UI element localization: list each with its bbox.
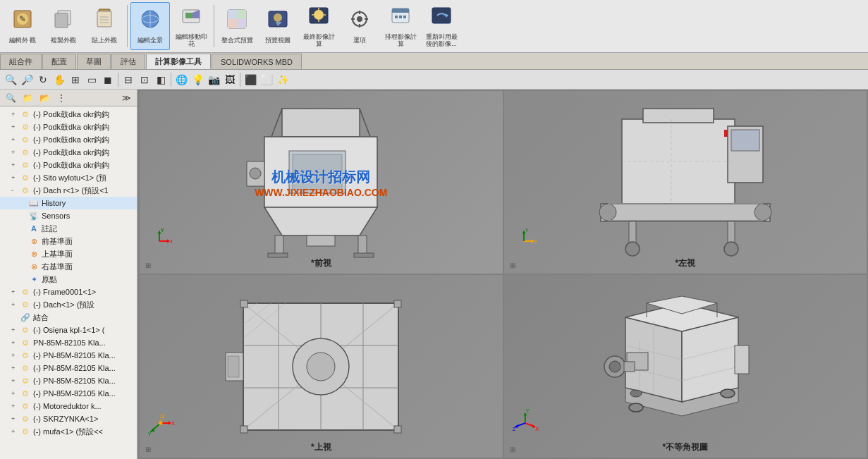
tab-drawing[interactable]: 草圖	[77, 54, 111, 69]
svg-rect-50	[275, 235, 283, 255]
tree-item-2[interactable]: + ⚙ (-) Podk鼓dka okr鈎鈎	[0, 121, 137, 133]
tab-render-tools[interactable]: 計算影像工具	[146, 54, 211, 69]
copy-appearance-icon	[52, 8, 75, 35]
tree-item-annotation[interactable]: A 註記	[0, 222, 137, 235]
tree-item-sensors[interactable]: 📡 Sensors	[0, 209, 137, 222]
svg-text:Z: Z	[534, 238, 537, 245]
edit-decal-button[interactable]: 編輯移動印花	[171, 2, 211, 50]
tree-item-top-plane[interactable]: ⊗ 上基準面	[0, 247, 137, 260]
tree-item-dach[interactable]: + ⚙ (-) Dach<1> (預設	[0, 298, 137, 311]
tree-item-origin[interactable]: ✦ 原點	[0, 273, 137, 286]
tree-item-mufa[interactable]: + ⚙ (-) mufa<1> (預設<<	[0, 425, 137, 438]
svg-rect-132	[735, 345, 749, 374]
decal-icon[interactable]: 🖼	[222, 72, 238, 87]
tree-item-right-plane[interactable]: ⊗ 右基準面	[0, 260, 137, 273]
view-orient-icon[interactable]: ⊡	[137, 72, 152, 87]
shaded-icon[interactable]: ◼	[100, 72, 116, 87]
tree-item-history[interactable]: 📖 History	[0, 197, 137, 209]
camera-icon[interactable]: 📷	[206, 72, 221, 87]
final-render-button[interactable]: 最終影像計算	[299, 2, 338, 50]
options-button[interactable]: 選項	[340, 2, 379, 50]
item-label-2: (-) Podk鼓dka okr鈎鈎	[33, 122, 109, 133]
svg-point-96	[307, 353, 335, 381]
tree-item-6[interactable]: + ⚙ (-) Sito wylotu<1> (預	[0, 171, 137, 184]
paste-appearance-icon	[93, 8, 116, 35]
options-icon	[348, 8, 371, 35]
rotate-icon[interactable]: ↻	[35, 72, 51, 87]
tree-item-pn5[interactable]: + ⚙ (-) PN-85M-82105 Kla...	[0, 387, 137, 400]
item-label-pn2: (-) PN-85M-82105 Kla...	[33, 351, 116, 360]
wireframe-icon[interactable]: ▭	[84, 72, 99, 87]
feature-tree[interactable]: + ⚙ (-) Podk鼓dka okr鈎鈎 + ⚙ (-) Podk鼓dka …	[0, 106, 137, 459]
display-style-icon[interactable]: ◧	[153, 72, 169, 87]
zoom-icon[interactable]: 🔍	[3, 72, 18, 87]
svg-rect-51	[358, 235, 367, 255]
bloom-icon[interactable]: ✨	[275, 72, 291, 87]
expand-3: +	[11, 136, 20, 143]
tree-item-pn2[interactable]: + ⚙ (-) PN-85M-82105 Kla...	[0, 349, 137, 362]
tree-item-5[interactable]: + ⚙ (-) Podk鼓dka okr鈎鈎	[0, 159, 137, 171]
iso-axis: X Y Z	[511, 408, 543, 441]
copy-appearance-button[interactable]: 複製外觀	[44, 2, 83, 50]
viewport-front[interactable]: X Y ⊞ *前視 机械设计招标网 WWW.JIXIEZHAOBIAO.COM	[140, 91, 503, 274]
preview-button[interactable]: 預覽視圖	[258, 2, 298, 50]
pan-icon[interactable]: ✋	[51, 72, 67, 87]
tree-sort-icon[interactable]: ⋮	[54, 90, 69, 106]
item-icon-pn2: ⚙	[20, 350, 31, 361]
tab-mbd[interactable]: SOLIDWORKS MBD	[212, 54, 302, 69]
zoom-in-icon[interactable]: 🔎	[19, 72, 35, 87]
tree-item-motor[interactable]: + ⚙ (-) Motoreduktor k...	[0, 400, 137, 412]
svg-point-75	[724, 242, 738, 256]
paste-appearance-button[interactable]: 貼上外觀	[85, 2, 124, 50]
tab-assembly[interactable]: 組合件	[0, 54, 42, 69]
tab-evaluate[interactable]: 評估	[111, 54, 145, 69]
final-render-label: 最終影像計算	[301, 33, 336, 49]
tree-item-combine[interactable]: 🔗 結合	[0, 311, 137, 324]
svg-marker-49	[264, 207, 377, 235]
tree-item-frame[interactable]: + ⚙ (-) Frame0001<1>	[0, 286, 137, 298]
isometric-view-svg	[583, 289, 788, 444]
tree-item-skrzynka[interactable]: + ⚙ (-) SKRZYNKA<1>	[0, 412, 137, 425]
item-label-7: (-) Dach r<1> (預設<1	[33, 185, 109, 196]
schedule-render-button[interactable]: 排程影像計算	[381, 2, 420, 50]
viewport-top[interactable]: X Y Z ⊞ *上視	[140, 275, 503, 458]
tree-item-os[interactable]: + ⚙ (-) Osięna kpl-1<1> (	[0, 324, 137, 336]
tree-collapse-icon[interactable]: 📁	[20, 90, 35, 106]
hdri-icon[interactable]: 🌐	[173, 72, 189, 87]
recall-render-button[interactable]: 重新叫用最後的影像...	[422, 2, 461, 50]
front-view-svg	[226, 105, 416, 260]
light-icon[interactable]: 💡	[190, 72, 205, 87]
tree-item-pn3[interactable]: + ⚙ (-) PN-85M-82105 Kla...	[0, 362, 137, 374]
viewport-left[interactable]: Z Y ⊞ *左視	[504, 91, 867, 274]
iso-view-icon: ⊞	[510, 446, 515, 453]
section-view-icon[interactable]: ⊟	[121, 72, 136, 87]
tree-item-3[interactable]: + ⚙ (-) Podk鼓dka okr鈎鈎	[0, 133, 137, 146]
zoom-fit-icon[interactable]: ⊞	[68, 72, 83, 87]
tree-item-4[interactable]: + ⚙ (-) Podk鼓dka okr鈎鈎	[0, 146, 137, 159]
item-icon-pn1: ⚙	[20, 337, 31, 348]
composite-preview-button[interactable]: 整合式預覽	[217, 2, 257, 50]
item-icon-6: ⚙	[20, 172, 31, 183]
tree-item-pn4[interactable]: + ⚙ (-) PN-85M-82105 Kla...	[0, 374, 137, 387]
tree-item-pn1[interactable]: + ⚙ PN-85M-82105 Kla...	[0, 336, 137, 349]
tree-expand-icon[interactable]: 📂	[37, 90, 52, 106]
viewport-isometric[interactable]: X Y Z ⊞ *不等角視圖	[504, 275, 867, 458]
tab-config[interactable]: 配置	[42, 54, 76, 69]
tree-item-front-plane[interactable]: ⊗ 前基準面	[0, 235, 137, 247]
tree-item-1[interactable]: + ⚙ (-) Podk鼓dka okr鈎鈎	[0, 108, 137, 121]
edit-scene-button[interactable]: 編輯全景	[130, 2, 170, 50]
svg-point-31	[357, 16, 362, 22]
svg-rect-101	[394, 300, 401, 307]
viewport-area: X Y ⊞ *前視 机械设计招标网 WWW.JIXIEZHAOBIAO.COM	[138, 90, 868, 459]
tree-item-7[interactable]: - ⚙ (-) Dach r<1> (預設<1	[0, 184, 137, 197]
top-axis: X Y Z	[147, 408, 178, 441]
color-icon[interactable]: ⬛	[243, 72, 258, 87]
tree-filter-icon[interactable]: 🔍	[3, 90, 18, 106]
svg-point-128	[629, 403, 643, 412]
edit-appearance-button[interactable]: ✎ 編輯外 觀	[3, 2, 42, 50]
svg-marker-58	[167, 239, 170, 243]
panel-expand-icon[interactable]: ≫	[118, 90, 134, 106]
render-region-icon[interactable]: ⬜	[259, 72, 274, 87]
expand-5: +	[11, 161, 20, 169]
top-view-label: *上視	[311, 441, 331, 453]
